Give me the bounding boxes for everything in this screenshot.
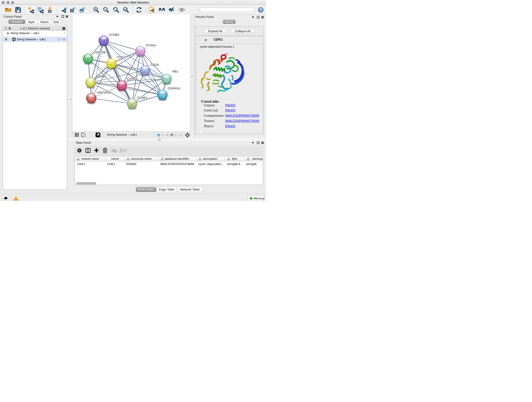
svg-text:CCNE1: CCNE1 <box>137 96 147 99</box>
svg-text:CDKN1A: CDKN1A <box>168 87 180 90</box>
svg-text:?: ? <box>260 8 262 12</box>
svg-text:CCNA1: CCNA1 <box>146 44 156 47</box>
svg-text:CDC6: CDC6 <box>150 63 159 66</box>
svg-text:CCNB2: CCNB2 <box>109 33 119 36</box>
svg-text:CCNA2: CCNA2 <box>127 77 137 80</box>
svg-text:RB1: RB1 <box>172 70 178 73</box>
svg-text:CCNB1: CCNB1 <box>96 75 107 78</box>
svg-text:CDC25B: CDC25B <box>94 51 106 54</box>
svg-text:HIST1H1A: HIST1H1A <box>97 91 112 94</box>
svg-text:CDK1: CDK1 <box>117 55 125 59</box>
